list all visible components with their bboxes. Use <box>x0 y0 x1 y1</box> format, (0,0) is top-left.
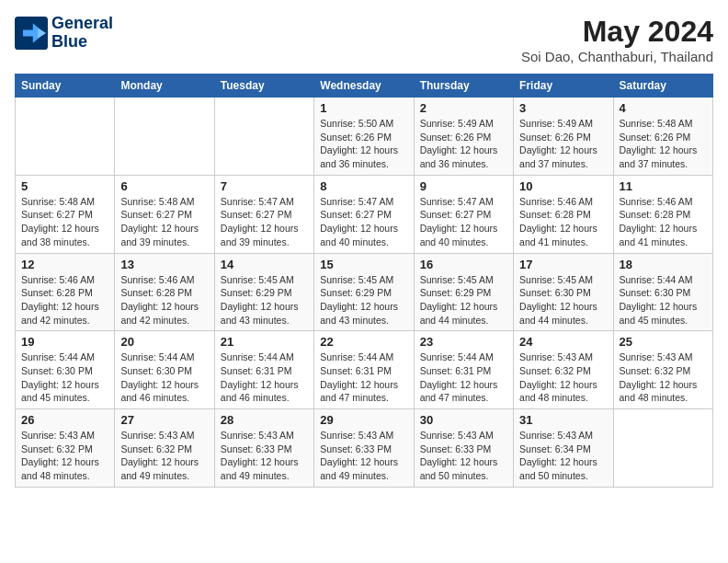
calendar-body: 1Sunrise: 5:50 AM Sunset: 6:26 PM Daylig… <box>16 98 713 488</box>
calendar-cell: 6Sunrise: 5:48 AM Sunset: 6:27 PM Daylig… <box>115 175 214 253</box>
day-number: 18 <box>620 258 707 271</box>
week-row-3: 12Sunrise: 5:46 AM Sunset: 6:28 PM Dayli… <box>16 253 713 331</box>
column-header-monday: Monday <box>115 75 214 98</box>
day-number: 22 <box>320 335 407 349</box>
day-info: Sunrise: 5:50 AM Sunset: 6:26 PM Dayligh… <box>320 117 407 171</box>
day-number: 15 <box>320 258 407 271</box>
day-info: Sunrise: 5:43 AM Sunset: 6:32 PM Dayligh… <box>120 429 208 483</box>
day-info: Sunrise: 5:43 AM Sunset: 6:32 PM Dayligh… <box>620 350 707 405</box>
calendar-cell: 25Sunrise: 5:43 AM Sunset: 6:32 PM Dayli… <box>613 331 712 409</box>
logo: General Blue <box>15 15 113 52</box>
day-info: Sunrise: 5:44 AM Sunset: 6:31 PM Dayligh… <box>320 350 407 405</box>
calendar-cell: 22Sunrise: 5:44 AM Sunset: 6:31 PM Dayli… <box>314 331 414 409</box>
calendar-cell: 31Sunrise: 5:43 AM Sunset: 6:34 PM Dayli… <box>514 409 613 488</box>
column-header-friday: Friday <box>514 75 613 98</box>
day-number: 24 <box>519 335 607 349</box>
main-title: May 2024 <box>521 15 713 49</box>
calendar-cell: 7Sunrise: 5:47 AM Sunset: 6:27 PM Daylig… <box>214 175 313 253</box>
week-row-4: 19Sunrise: 5:44 AM Sunset: 6:30 PM Dayli… <box>16 331 713 409</box>
calendar-cell: 26Sunrise: 5:43 AM Sunset: 6:32 PM Dayli… <box>16 409 115 488</box>
day-info: Sunrise: 5:48 AM Sunset: 6:26 PM Dayligh… <box>620 117 707 171</box>
day-number: 14 <box>221 258 308 271</box>
calendar-table: SundayMondayTuesdayWednesdayThursdayFrid… <box>15 74 713 488</box>
calendar-cell: 3Sunrise: 5:49 AM Sunset: 6:26 PM Daylig… <box>514 98 613 176</box>
column-header-wednesday: Wednesday <box>314 75 414 98</box>
day-info: Sunrise: 5:47 AM Sunset: 6:27 PM Dayligh… <box>221 195 308 249</box>
day-number: 20 <box>120 335 208 349</box>
day-number: 27 <box>120 413 208 427</box>
day-info: Sunrise: 5:44 AM Sunset: 6:30 PM Dayligh… <box>620 273 707 327</box>
day-number: 9 <box>420 179 507 193</box>
logo-icon <box>15 17 48 50</box>
calendar-header: SundayMondayTuesdayWednesdayThursdayFrid… <box>16 75 713 98</box>
calendar-cell: 9Sunrise: 5:47 AM Sunset: 6:27 PM Daylig… <box>414 175 513 253</box>
day-number: 30 <box>420 413 507 427</box>
calendar-cell: 30Sunrise: 5:43 AM Sunset: 6:33 PM Dayli… <box>414 409 513 488</box>
day-info: Sunrise: 5:43 AM Sunset: 6:33 PM Dayligh… <box>320 429 407 483</box>
calendar-cell: 13Sunrise: 5:46 AM Sunset: 6:28 PM Dayli… <box>115 253 214 331</box>
day-info: Sunrise: 5:44 AM Sunset: 6:31 PM Dayligh… <box>221 350 308 405</box>
day-info: Sunrise: 5:46 AM Sunset: 6:28 PM Dayligh… <box>120 273 208 327</box>
day-number: 7 <box>221 179 308 193</box>
day-info: Sunrise: 5:43 AM Sunset: 6:32 PM Dayligh… <box>519 350 607 405</box>
calendar-cell: 19Sunrise: 5:44 AM Sunset: 6:30 PM Dayli… <box>16 331 115 409</box>
day-number: 3 <box>519 101 607 115</box>
week-row-1: 1Sunrise: 5:50 AM Sunset: 6:26 PM Daylig… <box>16 98 713 176</box>
calendar-cell <box>16 98 115 176</box>
calendar-cell: 4Sunrise: 5:48 AM Sunset: 6:26 PM Daylig… <box>613 98 712 176</box>
day-number: 16 <box>420 258 507 271</box>
day-number: 19 <box>21 335 108 349</box>
header-row: SundayMondayTuesdayWednesdayThursdayFrid… <box>16 75 713 98</box>
calendar-cell: 27Sunrise: 5:43 AM Sunset: 6:32 PM Dayli… <box>115 409 214 488</box>
day-number: 23 <box>420 335 507 349</box>
calendar-cell <box>115 98 214 176</box>
day-number: 13 <box>120 258 208 271</box>
day-number: 12 <box>21 258 108 271</box>
calendar-cell: 12Sunrise: 5:46 AM Sunset: 6:28 PM Dayli… <box>16 253 115 331</box>
calendar-cell: 18Sunrise: 5:44 AM Sunset: 6:30 PM Dayli… <box>613 253 712 331</box>
day-number: 25 <box>620 335 707 349</box>
day-number: 28 <box>221 413 308 427</box>
day-number: 8 <box>320 179 407 193</box>
day-number: 10 <box>519 179 607 193</box>
day-info: Sunrise: 5:47 AM Sunset: 6:27 PM Dayligh… <box>320 195 407 249</box>
calendar-cell: 23Sunrise: 5:44 AM Sunset: 6:31 PM Dayli… <box>414 331 513 409</box>
page-header: General Blue May 2024 Soi Dao, Chanthabu… <box>15 15 713 64</box>
column-header-tuesday: Tuesday <box>214 75 313 98</box>
day-info: Sunrise: 5:44 AM Sunset: 6:31 PM Dayligh… <box>420 350 507 405</box>
week-row-2: 5Sunrise: 5:48 AM Sunset: 6:27 PM Daylig… <box>16 175 713 253</box>
day-number: 31 <box>519 413 607 427</box>
calendar-cell: 29Sunrise: 5:43 AM Sunset: 6:33 PM Dayli… <box>314 409 414 488</box>
calendar-cell: 10Sunrise: 5:46 AM Sunset: 6:28 PM Dayli… <box>514 175 613 253</box>
day-info: Sunrise: 5:48 AM Sunset: 6:27 PM Dayligh… <box>120 195 208 249</box>
day-number: 5 <box>21 179 108 193</box>
calendar-cell: 28Sunrise: 5:43 AM Sunset: 6:33 PM Dayli… <box>214 409 313 488</box>
calendar-cell: 14Sunrise: 5:45 AM Sunset: 6:29 PM Dayli… <box>214 253 313 331</box>
day-info: Sunrise: 5:45 AM Sunset: 6:29 PM Dayligh… <box>221 273 308 327</box>
day-number: 29 <box>320 413 407 427</box>
calendar-cell: 15Sunrise: 5:45 AM Sunset: 6:29 PM Dayli… <box>314 253 414 331</box>
column-header-saturday: Saturday <box>613 75 712 98</box>
day-info: Sunrise: 5:49 AM Sunset: 6:26 PM Dayligh… <box>519 117 607 171</box>
day-info: Sunrise: 5:43 AM Sunset: 6:33 PM Dayligh… <box>221 429 308 483</box>
title-block: May 2024 Soi Dao, Chanthaburi, Thailand <box>521 15 713 64</box>
day-number: 11 <box>620 179 707 193</box>
column-header-thursday: Thursday <box>414 75 513 98</box>
day-info: Sunrise: 5:47 AM Sunset: 6:27 PM Dayligh… <box>420 195 507 249</box>
day-number: 2 <box>420 101 507 115</box>
calendar-cell: 20Sunrise: 5:44 AM Sunset: 6:30 PM Dayli… <box>115 331 214 409</box>
day-info: Sunrise: 5:46 AM Sunset: 6:28 PM Dayligh… <box>21 273 108 327</box>
day-number: 21 <box>221 335 308 349</box>
subtitle: Soi Dao, Chanthaburi, Thailand <box>521 49 713 64</box>
day-info: Sunrise: 5:43 AM Sunset: 6:34 PM Dayligh… <box>519 429 607 483</box>
day-number: 17 <box>519 258 607 271</box>
day-info: Sunrise: 5:48 AM Sunset: 6:27 PM Dayligh… <box>21 195 108 249</box>
day-info: Sunrise: 5:44 AM Sunset: 6:30 PM Dayligh… <box>120 350 208 405</box>
day-info: Sunrise: 5:46 AM Sunset: 6:28 PM Dayligh… <box>519 195 607 249</box>
day-info: Sunrise: 5:49 AM Sunset: 6:26 PM Dayligh… <box>420 117 507 171</box>
day-info: Sunrise: 5:43 AM Sunset: 6:33 PM Dayligh… <box>420 429 507 483</box>
day-info: Sunrise: 5:45 AM Sunset: 6:29 PM Dayligh… <box>320 273 407 327</box>
day-info: Sunrise: 5:43 AM Sunset: 6:32 PM Dayligh… <box>21 429 108 483</box>
calendar-cell: 5Sunrise: 5:48 AM Sunset: 6:27 PM Daylig… <box>16 175 115 253</box>
column-header-sunday: Sunday <box>16 75 115 98</box>
